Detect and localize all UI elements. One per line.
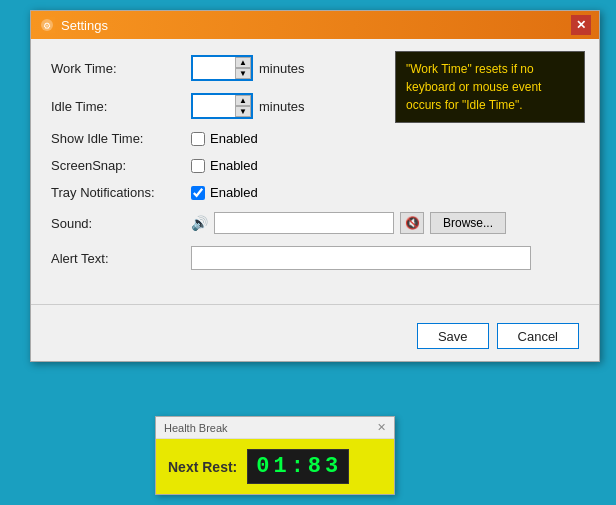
screensnap-enabled-text: Enabled — [210, 158, 258, 173]
alert-text-input[interactable]: BREAK TIME! — [191, 246, 531, 270]
title-bar: ⚙ Settings ✕ — [31, 11, 599, 39]
hb-title-bar: Health Break ✕ — [156, 417, 394, 439]
show-idle-checkbox-label[interactable]: Enabled — [191, 131, 258, 146]
digit-h1: 0 — [256, 454, 271, 479]
cancel-button[interactable]: Cancel — [497, 323, 579, 349]
idle-time-up-btn[interactable]: ▲ — [235, 95, 251, 106]
tray-notif-checkbox-label[interactable]: Enabled — [191, 185, 258, 200]
tooltip-text: "Work Time" resets if no keyboard or mou… — [406, 62, 541, 112]
show-idle-label: Show Idle Time: — [51, 131, 191, 146]
browse-button[interactable]: Browse... — [430, 212, 506, 234]
svg-text:⚙: ⚙ — [43, 21, 51, 31]
save-button[interactable]: Save — [417, 323, 489, 349]
show-idle-enabled-text: Enabled — [210, 131, 258, 146]
digit-m2: 3 — [325, 454, 340, 479]
idle-time-label: Idle Time: — [51, 99, 191, 114]
content-area: "Work Time" resets if no keyboard or mou… — [31, 39, 599, 294]
sound-path-input[interactable]: C:\Program Files (x86)\ — [214, 212, 394, 234]
title-bar-left: ⚙ Settings — [39, 17, 108, 33]
tray-notif-label: Tray Notifications: — [51, 185, 191, 200]
health-break-window: Health Break ✕ Next Rest: 0 1 : 8 3 — [155, 416, 395, 495]
show-idle-checkbox[interactable] — [191, 132, 205, 146]
work-time-label: Work Time: — [51, 61, 191, 76]
show-idle-row: Show Idle Time: Enabled — [51, 131, 579, 146]
divider — [31, 304, 599, 305]
idle-time-input[interactable]: 3 — [193, 95, 235, 117]
sound-controls: 🔊 C:\Program Files (x86)\ 🔇 Browse... — [191, 212, 506, 234]
window-title: Settings — [61, 18, 108, 33]
tray-notif-row: Tray Notifications: Enabled — [51, 185, 579, 200]
sound-icon: 🔊 — [191, 215, 208, 231]
hb-close-button[interactable]: ✕ — [377, 421, 386, 434]
idle-time-unit: minutes — [259, 99, 305, 114]
digit-m1: 8 — [308, 454, 323, 479]
work-time-up-btn[interactable]: ▲ — [235, 57, 251, 68]
alert-text-row: Alert Text: BREAK TIME! — [51, 246, 579, 270]
digit-h2: 1 — [273, 454, 288, 479]
idle-time-down-btn[interactable]: ▼ — [235, 106, 251, 117]
work-time-spin-btns: ▲ ▼ — [235, 57, 251, 79]
next-rest-label: Next Rest: — [168, 459, 237, 475]
work-time-input[interactable]: 20 — [193, 57, 235, 79]
tray-notif-enabled-text: Enabled — [210, 185, 258, 200]
hb-title-text: Health Break — [164, 422, 228, 434]
digital-clock: 0 1 : 8 3 — [247, 449, 349, 484]
sound-row: Sound: 🔊 C:\Program Files (x86)\ 🔇 Brows… — [51, 212, 579, 234]
idle-time-controls: 3 ▲ ▼ minutes — [191, 93, 305, 119]
work-time-spinner: 20 ▲ ▼ — [191, 55, 253, 81]
screensnap-label: ScreenSnap: — [51, 158, 191, 173]
mute-button[interactable]: 🔇 — [400, 212, 424, 234]
screensnap-checkbox[interactable] — [191, 159, 205, 173]
alert-text-controls: BREAK TIME! — [191, 246, 531, 270]
work-time-controls: 20 ▲ ▼ minutes — [191, 55, 305, 81]
screensnap-row: ScreenSnap: Enabled — [51, 158, 579, 173]
alert-text-label: Alert Text: — [51, 251, 191, 266]
screensnap-controls: Enabled — [191, 158, 258, 173]
sound-label: Sound: — [51, 216, 191, 231]
close-button[interactable]: ✕ — [571, 15, 591, 35]
tray-notif-controls: Enabled — [191, 185, 258, 200]
hb-body: Next Rest: 0 1 : 8 3 — [156, 439, 394, 494]
settings-window: ⚙ Settings ✕ "Work Time" resets if no ke… — [30, 10, 600, 362]
idle-time-spinner: 3 ▲ ▼ — [191, 93, 253, 119]
tooltip-box: "Work Time" resets if no keyboard or mou… — [395, 51, 585, 123]
work-time-unit: minutes — [259, 61, 305, 76]
show-idle-controls: Enabled — [191, 131, 258, 146]
sep1: : — [291, 456, 306, 478]
idle-time-spin-btns: ▲ ▼ — [235, 95, 251, 117]
button-row: Save Cancel — [31, 315, 599, 361]
work-time-down-btn[interactable]: ▼ — [235, 68, 251, 79]
app-icon: ⚙ — [39, 17, 55, 33]
tray-notif-checkbox[interactable] — [191, 186, 205, 200]
screensnap-checkbox-label[interactable]: Enabled — [191, 158, 258, 173]
